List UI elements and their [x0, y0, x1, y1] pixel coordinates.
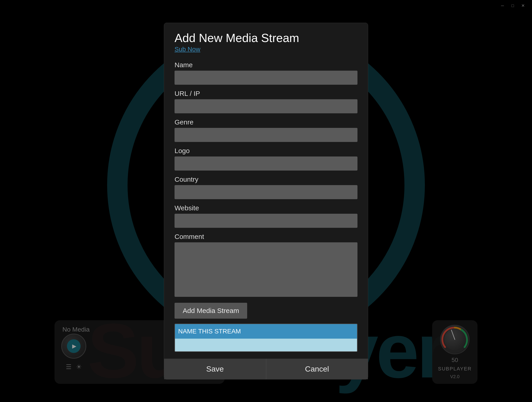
modal-footer: Save Cancel	[164, 359, 368, 379]
stream-list-item[interactable]: NAME THIS STREAM	[175, 324, 357, 339]
logo-label: Logo	[175, 147, 357, 155]
name-field-group: Name	[175, 61, 357, 85]
website-input[interactable]	[175, 214, 357, 228]
modal-overlay: Add New Media Stream Sub Now Name URL / …	[0, 0, 532, 402]
genre-label: Genre	[175, 118, 357, 126]
stream-list-item-empty[interactable]	[175, 339, 357, 351]
website-label: Website	[175, 204, 357, 212]
stream-list: NAME THIS STREAM	[175, 324, 357, 352]
genre-field-group: Genre	[175, 118, 357, 142]
genre-input[interactable]	[175, 128, 357, 142]
cancel-button[interactable]: Cancel	[266, 359, 368, 379]
modal-header: Add New Media Stream Sub Now	[164, 23, 368, 57]
name-label: Name	[175, 61, 357, 69]
url-field-group: URL / IP	[175, 90, 357, 113]
add-stream-modal: Add New Media Stream Sub Now Name URL / …	[164, 23, 368, 380]
country-label: Country	[175, 175, 357, 183]
url-input[interactable]	[175, 99, 357, 113]
name-input[interactable]	[175, 71, 357, 85]
add-media-stream-button[interactable]: Add Media Stream	[175, 303, 247, 319]
url-label: URL / IP	[175, 90, 357, 97]
comment-textarea[interactable]	[175, 242, 357, 297]
logo-input[interactable]	[175, 156, 357, 171]
logo-field-group: Logo	[175, 147, 357, 171]
sub-link[interactable]: Sub Now	[175, 46, 357, 53]
comment-label: Comment	[175, 233, 357, 240]
country-input[interactable]	[175, 185, 357, 199]
website-field-group: Website	[175, 204, 357, 228]
comment-field-group: Comment	[175, 233, 357, 298]
country-field-group: Country	[175, 175, 357, 199]
modal-title: Add New Media Stream	[175, 31, 299, 45]
save-button[interactable]: Save	[164, 359, 266, 379]
modal-body: Name URL / IP Genre Logo Country	[164, 57, 368, 359]
